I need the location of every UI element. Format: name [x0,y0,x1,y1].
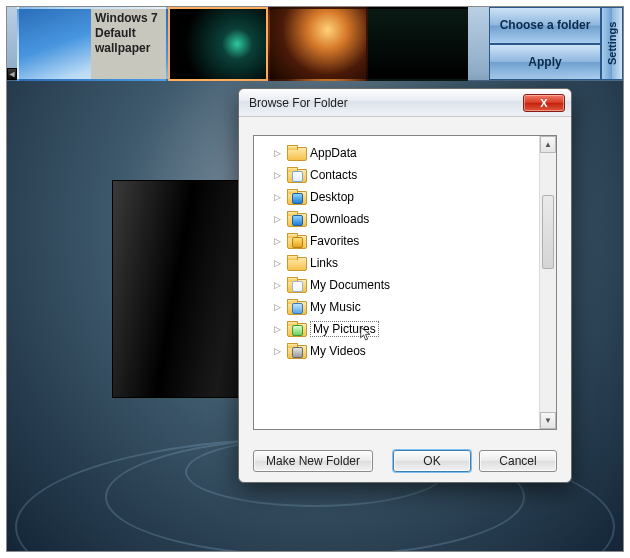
scroll-left-button[interactable]: ◄ [7,68,17,80]
tree-item[interactable]: ▷Contacts [268,164,537,186]
folder-tree[interactable]: ▷AppData▷Contacts▷Desktop▷Downloads▷Favo… [254,136,539,429]
tree-item-label: My Videos [310,344,366,358]
tree-item[interactable]: ▷My Pictures [268,318,537,340]
expand-icon[interactable]: ▷ [272,302,282,312]
ok-button[interactable]: OK [393,450,471,472]
thumb-default[interactable]: Windows 7 Default wallpaper [17,7,168,81]
tree-item-label: My Documents [310,278,390,292]
folder-icon [287,189,305,205]
expand-icon[interactable]: ▷ [272,192,282,202]
scroll-thumb[interactable] [542,195,554,269]
thumb-default-label: Windows 7 Default wallpaper [91,9,166,79]
tree-item[interactable]: ▷AppData [268,142,537,164]
expand-icon[interactable]: ▷ [272,346,282,356]
expand-icon[interactable]: ▷ [272,258,282,268]
tree-item[interactable]: ▷Downloads [268,208,537,230]
dialog-close-button[interactable]: X [523,94,565,112]
tree-item-label: Desktop [310,190,354,204]
tree-item-label: Contacts [310,168,357,182]
close-icon: X [540,97,547,109]
make-new-folder-button[interactable]: Make New Folder [253,450,373,472]
folder-tree-container: ▷AppData▷Contacts▷Desktop▷Downloads▷Favo… [253,135,557,430]
settings-button[interactable]: Settings [601,7,623,80]
app-window: ◄ Windows 7 Default wallpaper Choose a f… [6,6,624,552]
apply-button[interactable]: Apply [489,44,601,81]
tree-item[interactable]: ▷Links [268,252,537,274]
expand-icon[interactable]: ▷ [272,148,282,158]
expand-icon[interactable]: ▷ [272,214,282,224]
expand-icon[interactable]: ▷ [272,170,282,180]
scroll-track[interactable] [540,153,556,412]
scrollbar[interactable]: ▲ ▼ [539,136,556,429]
folder-icon [287,167,305,183]
dialog-button-row: Make New Folder OK Cancel [239,440,571,482]
folder-icon [287,255,305,271]
folder-icon [287,145,305,161]
tree-item-label: Links [310,256,338,270]
tree-item[interactable]: ▷My Music [268,296,537,318]
folder-icon [287,211,305,227]
tree-item-label: My Pictures [310,321,379,337]
scroll-up-button[interactable]: ▲ [540,136,556,153]
dialog-title: Browse For Folder [249,96,523,110]
top-right-panel: Choose a folder Apply Settings [489,7,623,80]
scroll-down-button[interactable]: ▼ [540,412,556,429]
dialog-body: ▷AppData▷Contacts▷Desktop▷Downloads▷Favo… [239,117,571,440]
tree-item-label: Downloads [310,212,369,226]
tree-item[interactable]: ▷Desktop [268,186,537,208]
browse-folder-dialog: Browse For Folder X ▷AppData▷Contacts▷De… [238,88,572,483]
folder-icon [287,299,305,315]
expand-icon[interactable]: ▷ [272,324,282,334]
folder-icon [287,343,305,359]
folder-icon [287,233,305,249]
cancel-button[interactable]: Cancel [479,450,557,472]
tree-item-label: My Music [310,300,361,314]
folder-icon [287,277,305,293]
choose-folder-button[interactable]: Choose a folder [489,7,601,44]
thumb-4[interactable] [368,7,468,81]
expand-icon[interactable]: ▷ [272,280,282,290]
tree-item-label: AppData [310,146,357,160]
tree-item[interactable]: ▷Favorites [268,230,537,252]
expand-icon[interactable]: ▷ [272,236,282,246]
thumb-2[interactable] [168,7,268,81]
thumbnail-row: Windows 7 Default wallpaper [17,7,489,81]
folder-icon [287,321,305,337]
tree-item[interactable]: ▷My Videos [268,340,537,362]
tree-item[interactable]: ▷My Documents [268,274,537,296]
tree-item-label: Favorites [310,234,359,248]
dialog-titlebar[interactable]: Browse For Folder X [239,89,571,117]
thumb-3[interactable] [268,7,368,81]
wallpaper-strip: ◄ Windows 7 Default wallpaper Choose a f… [7,7,623,81]
